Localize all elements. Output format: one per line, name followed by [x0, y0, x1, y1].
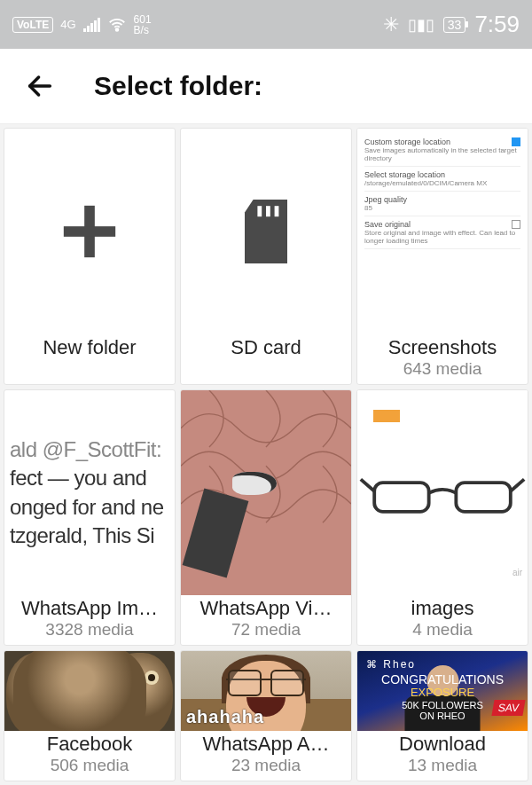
- svg-rect-2: [64, 226, 115, 237]
- tile-count: 506 media: [51, 756, 129, 781]
- data-rate: 601 B/s: [134, 14, 152, 35]
- tile-label: WhatsApp Vi…: [195, 595, 338, 620]
- plus-icon: [59, 200, 121, 263]
- svg-rect-3: [257, 206, 262, 216]
- svg-rect-5: [275, 206, 279, 216]
- data-rate-unit: B/s: [134, 25, 152, 35]
- data-rate-value: 601: [134, 14, 152, 25]
- wa-video-thumb: [181, 390, 351, 595]
- tile-label: Screenshots: [383, 334, 502, 359]
- tile-count: 4 media: [412, 620, 473, 645]
- tile-facebook[interactable]: Facebook 506 media: [4, 650, 176, 781]
- sd-card-icon: [239, 200, 293, 263]
- wa-anim-thumb: ahahaha: [181, 651, 351, 731]
- images-thumb: air: [357, 390, 528, 595]
- vibrate-icon: ▯▮▯: [408, 15, 434, 35]
- tile-whatsapp-images[interactable]: ald @F_ScottFit: fect — you and onged fo…: [4, 389, 176, 646]
- page-title: Select folder:: [94, 71, 262, 101]
- tile-count: 72 media: [231, 620, 301, 645]
- tile-sd-card[interactable]: SD card: [180, 128, 352, 385]
- svg-rect-6: [374, 483, 428, 512]
- tile-label: images: [406, 595, 480, 620]
- tile-screenshots[interactable]: Custom storage locationSave images autom…: [356, 128, 528, 385]
- tile-label: WhatsApp Im…: [16, 595, 163, 620]
- app-bar: Select folder:: [0, 49, 532, 124]
- tile-count: 3328 media: [45, 620, 133, 645]
- battery-icon: 33: [443, 17, 466, 33]
- tile-download[interactable]: ⌘ Rheo SAV CONGRATULATIONS EXPOSURE 50K …: [356, 650, 528, 781]
- tile-whatsapp-animated[interactable]: ahahaha WhatsApp A… 23 media: [180, 650, 352, 781]
- bluetooth-icon: ✳: [383, 13, 399, 36]
- back-icon[interactable]: [25, 71, 55, 101]
- tile-count: 23 media: [231, 756, 301, 781]
- tile-count: 13 media: [408, 756, 477, 781]
- tile-images[interactable]: air images 4 media: [356, 389, 528, 646]
- status-left: VoLTE 4G 601 B/s: [12, 14, 152, 35]
- signal-icon: [83, 18, 100, 32]
- wa-images-thumb: ald @F_ScottFit: fect — you and onged fo…: [4, 390, 175, 595]
- facebook-thumb: [4, 651, 175, 731]
- status-right: ✳ ▯▮▯ 33 7:59: [383, 11, 520, 38]
- volte-badge: VoLTE: [12, 17, 53, 33]
- network-gen: 4G: [60, 18, 75, 31]
- tile-label: WhatsApp A…: [197, 731, 334, 756]
- clock: 7:59: [474, 11, 520, 38]
- svg-point-0: [115, 28, 118, 31]
- svg-rect-4: [266, 206, 270, 216]
- download-thumb: ⌘ Rheo SAV CONGRATULATIONS EXPOSURE 50K …: [357, 651, 528, 731]
- sd-thumb: [181, 129, 351, 334]
- tile-count: 643 media: [403, 359, 482, 384]
- svg-rect-7: [456, 483, 510, 512]
- tile-whatsapp-video[interactable]: WhatsApp Vi… 72 media: [180, 389, 352, 646]
- tile-label: Facebook: [42, 731, 138, 756]
- tile-label: SD card: [225, 334, 306, 359]
- folder-grid: New folder SD card Custom storage locati…: [0, 124, 532, 785]
- tile-count: [87, 359, 91, 384]
- wifi-icon: [107, 15, 127, 35]
- new-folder-thumb: [4, 129, 175, 334]
- tile-label: New folder: [37, 334, 141, 359]
- status-bar: VoLTE 4G 601 B/s ✳ ▯▮▯ 33 7:59: [0, 0, 532, 49]
- screenshots-thumb: Custom storage locationSave images autom…: [357, 129, 528, 334]
- tile-new-folder[interactable]: New folder: [4, 128, 176, 385]
- tile-count: [263, 359, 268, 384]
- tile-label: Download: [394, 731, 491, 756]
